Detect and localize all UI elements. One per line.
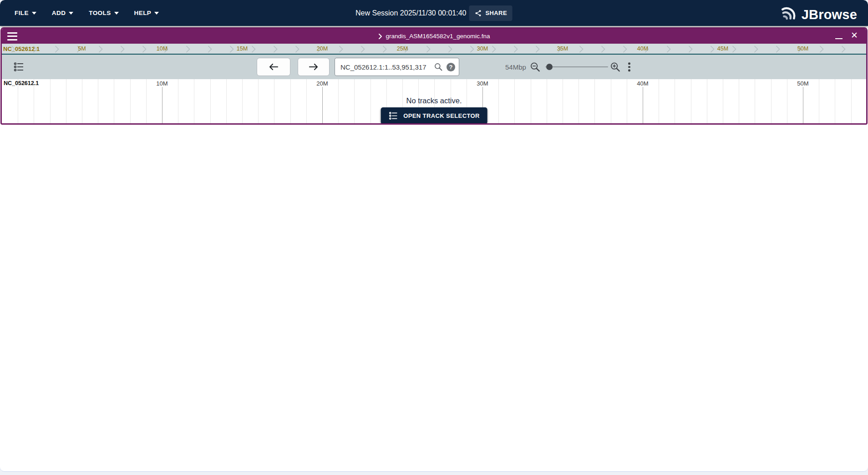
share-label: SHARE xyxy=(485,10,507,16)
no-tracks-message: No tracks active. xyxy=(2,96,866,105)
overview-tick-label: 15M xyxy=(237,44,248,54)
view-title: grandis_ASM1654582v1_genomic.fna xyxy=(386,33,490,40)
open-track-selector-button[interactable]: OPEN TRACK SELECTOR xyxy=(381,107,487,123)
overview-tick-label: 35M xyxy=(557,44,568,54)
chevron-right-decoration-icon xyxy=(208,45,212,55)
zoom-in-icon xyxy=(610,62,620,72)
chevron-right-decoration-icon xyxy=(186,45,190,55)
track-selector-icon xyxy=(14,62,25,72)
major-gridline xyxy=(162,87,162,123)
caret-down-icon xyxy=(114,12,119,15)
linear-genome-view-panel: grandis_ASM1654582v1_genomic.fna ✕ NC_05… xyxy=(0,27,868,125)
overview-tick-label: 25M xyxy=(397,44,408,54)
chevron-right-decoration-icon xyxy=(601,45,605,55)
view-menu-button[interactable] xyxy=(6,31,18,42)
chevron-right-decoration-icon xyxy=(666,45,671,55)
app-bar: FILE ADD TOOLS HELP New Session 2025/11/… xyxy=(0,0,868,26)
chevron-right-decoration-icon xyxy=(426,45,431,55)
view-toolbar: ? 54Mbp xyxy=(2,55,866,79)
zoom-out-icon xyxy=(530,62,540,72)
chevron-right-decoration-icon xyxy=(841,45,846,55)
ruler-tick-label: 10M xyxy=(155,80,169,87)
arrow-left-icon xyxy=(269,63,279,71)
chevron-right-decoration-icon xyxy=(535,45,540,55)
overview-tick-label: 20M xyxy=(317,44,328,54)
chevron-right-decoration-icon xyxy=(448,45,452,55)
minimize-view-button[interactable] xyxy=(835,35,843,39)
app-page: FILE ADD TOOLS HELP New Session 2025/11/… xyxy=(0,0,868,472)
chevron-right-decoration-icon xyxy=(732,45,736,55)
overview-tick-label: 10M xyxy=(157,44,168,54)
caret-down-icon xyxy=(154,12,159,15)
tools-menu-button[interactable]: TOOLS xyxy=(84,6,123,20)
jbrowse-logo: JBrowse xyxy=(780,5,857,21)
search-icon[interactable] xyxy=(434,62,443,71)
chevron-right-decoration-icon xyxy=(142,45,147,55)
open-track-selector-icon-button[interactable] xyxy=(13,61,25,73)
overview-tick-label: 40M xyxy=(637,44,648,54)
help-menu-label: HELP xyxy=(134,10,152,16)
add-menu-label: ADD xyxy=(52,10,66,16)
dot xyxy=(628,66,630,68)
file-menu-button[interactable]: FILE xyxy=(10,6,41,20)
location-search-box: ? xyxy=(335,58,459,76)
zoom-slider-rail[interactable] xyxy=(545,66,608,67)
chevron-right-decoration-icon xyxy=(382,45,387,55)
overview-scalebar[interactable]: NC_052612.1 5M10M15M20M25M30M35M40M45M50… xyxy=(2,44,866,55)
pan-right-button[interactable] xyxy=(298,58,330,76)
dot xyxy=(628,69,630,71)
add-menu-button[interactable]: ADD xyxy=(47,6,78,20)
location-search-input[interactable] xyxy=(340,63,434,71)
chevron-right-decoration-icon xyxy=(360,45,365,55)
zoom-in-button[interactable] xyxy=(609,61,621,73)
zoom-out-button[interactable] xyxy=(529,61,541,73)
chevron-right-decoration-icon xyxy=(295,45,299,55)
caret-down-icon xyxy=(69,12,73,15)
open-track-selector-label: OPEN TRACK SELECTOR xyxy=(403,112,480,119)
view-header: grandis_ASM1654582v1_genomic.fna ✕ xyxy=(2,29,866,44)
chevron-right-decoration-icon xyxy=(251,45,256,55)
session-area: New Session 2025/11/30 00:01:40 SHARE xyxy=(355,5,513,21)
search-help-button[interactable]: ? xyxy=(447,63,455,71)
ruler-tick-label: 30M xyxy=(475,80,489,87)
overview-tick-label: 30M xyxy=(477,44,488,54)
overview-tick-label: 45M xyxy=(717,44,728,54)
chevron-right-decoration-icon xyxy=(776,45,780,55)
track-selector-icon xyxy=(388,111,398,120)
major-gridline xyxy=(803,87,803,123)
chevron-right-decoration-icon xyxy=(120,45,125,55)
ruler-refname-label: NC_052612.1 xyxy=(4,80,39,86)
chevron-right-decoration-icon xyxy=(33,45,37,55)
ruler-tick-label: 40M xyxy=(635,80,650,87)
main-menu: FILE ADD TOOLS HELP xyxy=(0,6,163,20)
ruler-tick-label: 50M xyxy=(796,80,810,87)
ruler-tick-label: 20M xyxy=(315,80,329,87)
session-title: New Session 2025/11/30 00:01:40 xyxy=(355,9,466,17)
zoom-slider[interactable] xyxy=(545,64,608,70)
view-more-menu-button[interactable] xyxy=(627,61,631,72)
overview-tick-label: 5M xyxy=(78,44,86,54)
chevron-right-icon xyxy=(378,34,382,39)
major-gridline xyxy=(643,87,643,123)
chevron-right-decoration-icon xyxy=(710,45,715,55)
chevron-right-decoration-icon xyxy=(273,45,278,55)
zoom-slider-thumb[interactable] xyxy=(546,64,553,70)
jbrowse-logo-text: JBrowse xyxy=(802,8,857,21)
chevron-right-decoration-icon xyxy=(55,45,59,55)
overview-tick-label: 50M xyxy=(797,44,808,54)
dot xyxy=(628,62,630,65)
pan-left-button[interactable] xyxy=(257,58,290,76)
chevron-right-decoration-icon xyxy=(819,45,824,55)
view-title-wrap: grandis_ASM1654582v1_genomic.fna xyxy=(378,33,490,40)
jbrowse-logo-icon xyxy=(780,5,798,21)
chevron-right-decoration-icon xyxy=(470,45,474,55)
track-area[interactable]: NC_052612.1 No tracks active. OPEN TRACK… xyxy=(2,79,866,123)
chevron-right-decoration-icon xyxy=(513,45,518,55)
share-button[interactable]: SHARE xyxy=(469,5,513,21)
close-view-button[interactable]: ✕ xyxy=(851,31,858,40)
help-menu-button[interactable]: HELP xyxy=(130,6,164,20)
chevron-right-decoration-icon xyxy=(579,45,584,55)
chevron-right-decoration-icon xyxy=(339,45,343,55)
tools-menu-label: TOOLS xyxy=(89,10,111,16)
chevron-right-decoration-icon xyxy=(98,45,103,55)
